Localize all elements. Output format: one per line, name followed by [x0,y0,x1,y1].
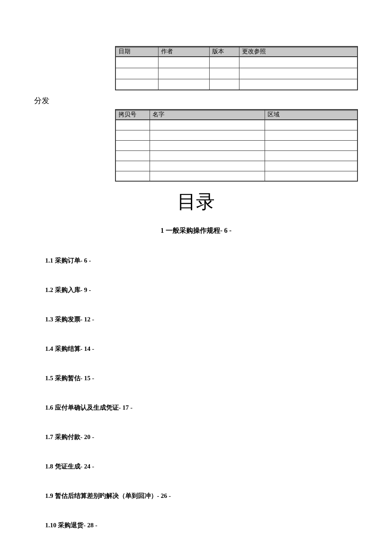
col-copy-no: 拷贝号 [115,110,150,120]
table-row [115,57,357,68]
col-version: 版本 [209,46,239,57]
toc-item: 1.9 暂估后结算差别旳解决（单到回冲）- 26 - [45,492,332,500]
toc-item: 1.6 应付单确认及生成凭证- 17 - [45,404,332,412]
toc-list: 1.1 采购订单- 6 - 1.2 采购入库- 9 - 1.3 采购发票- 12… [45,257,332,529]
table-row [115,161,357,171]
col-region: 区域 [265,110,357,120]
col-author: 作者 [158,46,209,57]
table-row [115,171,357,181]
table-header-row: 拷贝号 名字 区域 [115,110,357,120]
toc-item: 1.5 采购暂估- 15 - [45,374,332,382]
toc-item: 1.4 采购结算- 14 - [45,345,332,353]
table-row [115,68,357,79]
table-row [115,120,357,130]
toc-item: 1.2 采购入库- 9 - [45,286,332,294]
toc-main-item: 1 一般采购操作规程- 6 - [34,226,358,235]
table-row [115,150,357,161]
toc-item: 1.8 凭证生成- 24 - [45,462,332,471]
col-name: 名字 [150,110,265,120]
toc-item: 1.1 采购订单- 6 - [45,257,332,265]
toc-item: 1.10 采购退货- 28 - [45,521,332,529]
document-page: 日期 作者 版本 更改参照 分发 拷贝号 名字 区域 [0,0,392,529]
distribution-table: 拷贝号 名字 区域 [115,109,358,182]
toc-title: 目录 [34,189,358,214]
toc-item: 1.7 采购付款- 20 - [45,433,332,441]
table-row [115,79,357,90]
col-date: 日期 [115,46,158,57]
toc-item: 1.3 采购发票- 12 - [45,315,332,324]
table-row [115,140,357,150]
table-header-row: 日期 作者 版本 更改参照 [115,46,357,57]
col-change-ref: 更改参照 [239,46,357,57]
history-table: 日期 作者 版本 更改参照 [115,46,358,90]
distribution-heading: 分发 [34,95,358,106]
table-row [115,130,357,140]
